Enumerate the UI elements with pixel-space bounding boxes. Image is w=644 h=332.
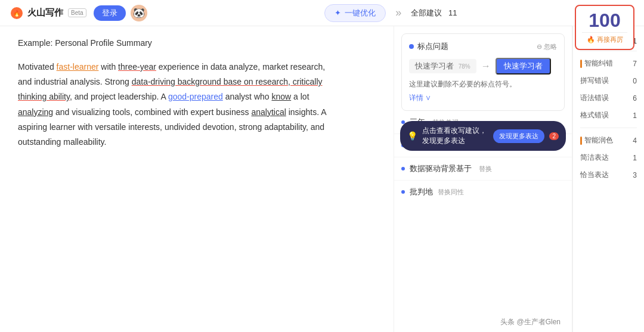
right-divider	[580, 51, 637, 51]
right-divider-2	[580, 128, 637, 128]
right-item-spell[interactable]: 拼写错误 0	[580, 72, 637, 89]
more-button[interactable]: »	[395, 7, 401, 19]
right-item-concise[interactable]: 简洁表达 1	[580, 149, 637, 166]
optimize-button[interactable]: ✦ 一键优化	[324, 4, 386, 22]
item-tag: 替换同性	[438, 188, 464, 197]
item-label: 数据驱动背景基于	[410, 163, 472, 174]
suggestion-detail[interactable]: 详情 ∨	[409, 93, 557, 103]
suggested-word-button[interactable]: 快速学习者	[496, 58, 551, 75]
highlight-analytical[interactable]: analytical	[251, 107, 286, 117]
type-dot	[409, 44, 414, 49]
svg-text:🔥: 🔥	[13, 10, 21, 17]
right-count: 1	[633, 154, 637, 162]
score-box: 100 🔥 再接再厉	[575, 5, 634, 50]
suggestions-count: 11	[448, 8, 457, 17]
avatar: 🐼	[131, 5, 147, 21]
right-count: 7	[633, 60, 637, 68]
suggestion-words: 快速学习者 78% → 快速学习者	[409, 58, 557, 75]
suggestion-panel: 标点问题 ⊖ 忽略 快速学习者 78% → 快速学习者 这里建议删除不必要的标点…	[394, 26, 572, 332]
right-item-smart-correct[interactable]: 智能纠错 7	[580, 55, 637, 72]
beta-badge: Beta	[68, 8, 86, 17]
discover-more-button[interactable]: 发现更多表达	[493, 129, 544, 143]
highlight-fast-learner[interactable]: fast-learner	[57, 62, 99, 72]
right-count: 6	[633, 94, 637, 103]
main-content: Example: Personal Profile Summary Motiva…	[0, 26, 644, 332]
right-item-format[interactable]: 格式错误 1	[580, 107, 637, 124]
right-label: 语法错误	[580, 93, 609, 103]
word-score: 78%	[459, 63, 470, 70]
right-label: 拼写错误	[580, 76, 609, 86]
right-item-grammar[interactable]: 语法错误 6	[580, 89, 637, 107]
header-center: ✦ 一键优化 » 全部建议 11	[147, 4, 634, 22]
right-item-smart-polish[interactable]: 智能润色 4	[580, 132, 637, 149]
right-count: 1	[633, 111, 637, 120]
suggestion-desc: 这里建议删除不必要的标点符号。	[409, 79, 557, 89]
editor-area: Example: Personal Profile Summary Motiva…	[0, 26, 394, 332]
doc-body: Motivated fast-learner with three-year e…	[18, 60, 340, 150]
right-label: 智能润色	[580, 135, 613, 145]
watermark: 头条 @生产者Glen	[500, 317, 561, 327]
item-label: 批判地	[410, 187, 433, 197]
right-item-appropriate[interactable]: 恰当表达 3	[580, 166, 637, 184]
suggestion-type: 标点问题	[409, 41, 448, 52]
suggestion-card: 标点问题 ⊖ 忽略 快速学习者 78% → 快速学习者 这里建议删除不必要的标点…	[401, 33, 565, 111]
right-label: 智能纠错	[580, 58, 613, 69]
suggestion-card-header: 标点问题 ⊖ 忽略	[409, 41, 557, 52]
highlight-good-prepared[interactable]: good-prepared	[168, 92, 223, 101]
right-label: 格式错误	[580, 110, 609, 120]
right-label: 恰当表达	[580, 170, 609, 180]
right-count: 3	[633, 171, 637, 179]
item-tag: 替换	[479, 165, 492, 173]
logo-icon: 🔥	[10, 6, 24, 20]
logo-area: 🔥 火山写作 Beta	[10, 6, 86, 20]
score-number: 100	[582, 11, 627, 30]
score-divider	[582, 32, 627, 33]
bottom-tooltip: 💡 点击查看改写建议，发现更多表达 发现更多表达 2	[400, 121, 566, 151]
highlight-three-year[interactable]: three-year	[118, 62, 156, 72]
right-label: 简洁表达	[580, 153, 609, 163]
ignore-icon: ⊖	[537, 43, 542, 51]
lightbulb-icon: 💡	[407, 131, 417, 141]
sparkle-icon: ✦	[335, 8, 341, 17]
item-dot	[401, 167, 405, 170]
tooltip-area: 数据驱动背景基于 替换 💡 点击查看改写建议，发现更多表达 发现更多表达 2	[394, 157, 572, 181]
ignore-button[interactable]: ⊖ 忽略	[537, 42, 557, 51]
logo-text: 火山写作	[27, 7, 63, 18]
right-count: 4	[633, 136, 637, 145]
optimize-label: 一键优化	[345, 8, 376, 18]
arrow-icon: →	[481, 61, 491, 72]
tooltip-count: 2	[549, 132, 559, 140]
right-count: 0	[633, 77, 637, 85]
suggestion-item-3[interactable]: 数据驱动背景基于 替换	[394, 157, 572, 181]
fire-icon: 🔥	[587, 36, 595, 44]
original-word: 快速学习者 78%	[409, 59, 476, 73]
right-panel: 全部建议 11 智能纠错 7 拼写错误 0 语法错误 6 格式错误 1	[572, 26, 644, 332]
tooltip-text: 点击查看改写建议，发现更多表达	[422, 126, 488, 146]
suggestions-label: 全部建议 11	[411, 8, 457, 18]
doc-title: Example: Personal Profile Summary	[18, 38, 376, 48]
score-sub: 🔥 再接再厉	[582, 35, 627, 44]
item-dot	[401, 190, 405, 194]
suggestion-item-4[interactable]: 批判地 替换同性	[394, 181, 572, 203]
bar-orange-2	[580, 136, 582, 145]
highlight-analyzing[interactable]: analyzing	[18, 107, 53, 117]
login-button[interactable]: 登录	[94, 5, 126, 21]
header: 🔥 火山写作 Beta 登录 🐼 ✦ 一键优化 » 全部建议 11	[0, 0, 644, 26]
suggestion-type-label: 标点问题	[417, 41, 448, 52]
highlight-know[interactable]: know	[271, 92, 291, 101]
bar-orange	[580, 60, 582, 68]
